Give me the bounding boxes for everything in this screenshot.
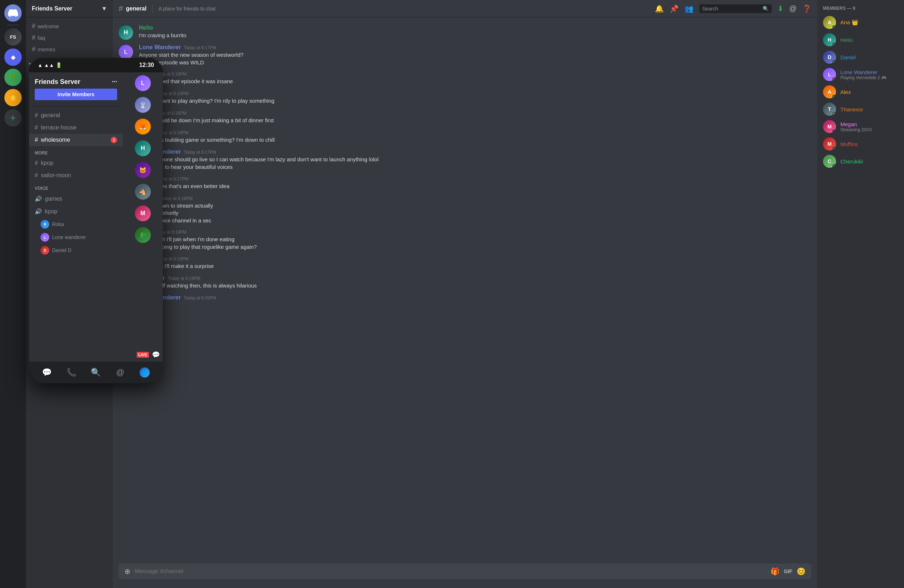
message-header: Lone Wanderer Today at 6:17PM xyxy=(139,44,811,51)
mobile-channel-general[interactable]: # general xyxy=(29,109,123,122)
message-content: Megan Today at 6:18PM Oh I'm down to str… xyxy=(139,195,811,224)
mobile-nav-chat[interactable]: 💬 xyxy=(39,365,55,381)
mobile-voice-user-lone[interactable]: L Lone wanderer xyxy=(29,231,123,244)
mobile-nav-mentions[interactable]: @ xyxy=(112,365,128,381)
member-item-daniel[interactable]: D Daniel xyxy=(820,49,901,66)
channel-name: welcome xyxy=(38,23,59,29)
message-text: Anyone start the new season of westworld… xyxy=(139,51,811,59)
chat-avatar: L xyxy=(135,75,151,91)
channel-item-welcome[interactable]: # welcome xyxy=(29,21,110,32)
mobile-category-voice[interactable]: VOICE xyxy=(29,182,123,192)
username: Helio xyxy=(139,25,153,31)
download-icon[interactable]: ⬇ xyxy=(778,4,784,13)
channel-name: memes xyxy=(38,46,55,52)
channel-item-memes[interactable]: # memes xyxy=(29,44,110,55)
gift-icon[interactable]: 🎁 xyxy=(771,567,780,576)
member-item-ana[interactable]: A Ana 👑 xyxy=(820,14,901,31)
hash-icon: # xyxy=(35,160,38,166)
member-status: Playing Vermintide 2 🎮 xyxy=(840,75,887,80)
mobile-voice-user-daniel[interactable]: D Daniel D xyxy=(29,244,123,257)
voice-icon: 🔊 xyxy=(35,208,42,215)
message-content: Lone Wanderer Today at 6:17PM Ohh someon… xyxy=(139,149,811,171)
member-item-megan[interactable]: M Megan Streaming 20XX xyxy=(820,118,901,135)
message-text: yes yes yes that's an even better idea xyxy=(139,183,811,190)
mobile-server-name-text: Friends Server xyxy=(35,78,80,86)
mobile-nav-profile[interactable]: 🌐 xyxy=(137,365,153,381)
member-avatar: L xyxy=(823,68,836,81)
server-divider xyxy=(7,25,19,25)
help-icon[interactable]: ❓ xyxy=(802,4,811,13)
message-text: Ohh someone should go live so I can watc… xyxy=(139,156,811,163)
message-text: Ohhh I could be down I'm just making a b… xyxy=(139,117,811,124)
mobile-voice-games[interactable]: 🔊 games xyxy=(29,192,123,205)
message-header: Alex Today at 6:16PM xyxy=(139,71,811,77)
message-input-area: ⊕ 🎁 GIF 😊 xyxy=(113,563,817,588)
at-icon[interactable]: @ xyxy=(789,4,797,13)
search-box[interactable]: Search 🔍 xyxy=(699,4,772,13)
server-header[interactable]: Friends Server ▼ xyxy=(26,0,113,17)
server-icon-4[interactable]: ⭐ xyxy=(4,89,22,106)
channel-name: general xyxy=(41,112,60,119)
message-header: Helio Today at 6:16PM xyxy=(139,129,811,136)
mobile-channel-sailor-moon[interactable]: # sailor-moon xyxy=(29,169,123,182)
message-header: Megan Today at 6:18PM xyxy=(139,195,811,201)
mobile-avatar-item: 🐴 xyxy=(123,181,163,202)
gif-icon[interactable]: GIF xyxy=(784,569,792,574)
bell-icon[interactable]: 🔔 xyxy=(655,4,664,13)
add-attachment-icon[interactable]: ⊕ xyxy=(124,567,131,576)
mini-avatar: L xyxy=(41,233,49,242)
pin-icon[interactable]: 📌 xyxy=(670,4,679,13)
member-name: Lone Wanderer xyxy=(840,69,887,75)
mobile-category-more[interactable]: MORE xyxy=(29,146,123,157)
invite-members-button[interactable]: Invite Members xyxy=(35,89,117,100)
emoji-icon[interactable]: 😊 xyxy=(797,567,806,576)
server-chevron-icon: ▼ xyxy=(101,5,107,12)
message-header: Helio Today at 6:15PM xyxy=(139,90,811,96)
message-header: Alex Today at 6:16PM xyxy=(139,109,811,116)
server-icon-friends[interactable]: FS xyxy=(4,28,22,46)
message-group: L Lone Wanderer Today at 6:17PM Ohh some… xyxy=(113,147,817,172)
add-server-button[interactable]: + xyxy=(4,109,22,126)
mobile-voice-user-roka[interactable]: R Roka xyxy=(29,218,123,231)
avatar: L xyxy=(119,45,133,59)
member-name: Alex xyxy=(840,89,851,95)
message-content: Lone Wanderer Today at 6:17PM Anyone sta… xyxy=(139,44,811,66)
member-info: Alex xyxy=(840,89,851,95)
member-item-muffins[interactable]: M Muffins xyxy=(820,135,901,153)
member-item-thanexor[interactable]: T Thanexor xyxy=(820,101,901,118)
chat-avatar: 🐉 xyxy=(135,227,151,243)
discord-home-button[interactable] xyxy=(4,4,22,22)
mobile-voice-kpop[interactable]: 🔊 kpop xyxy=(29,205,123,218)
mobile-channel-kpop[interactable]: # kpop xyxy=(29,157,123,169)
hash-icon: # xyxy=(35,172,38,179)
message-content: Helio Today at 6:17PM yes yes yes that's… xyxy=(139,175,811,191)
member-name: Ana 👑 xyxy=(840,19,858,26)
member-item-helio[interactable]: H Helio xyxy=(820,31,901,49)
member-status: Streaming 20XX xyxy=(840,127,872,132)
server-icon-2[interactable]: ◆ xyxy=(4,49,22,66)
mobile-more-icon[interactable]: ··· xyxy=(112,78,117,86)
channel-item-faq[interactable]: # faq xyxy=(29,32,110,43)
voice-channel-name: kpop xyxy=(45,208,57,215)
member-item-cherukiki[interactable]: C Cherukiki xyxy=(820,153,901,170)
member-item-lone-wanderer[interactable]: L Lone Wanderer Playing Vermintide 2 🎮 xyxy=(820,66,901,83)
server-icon-3[interactable]: 🌿 xyxy=(4,69,22,86)
member-item-alex[interactable]: A Alex xyxy=(820,83,901,101)
message-header: Lone Wanderer Today at 6:17PM xyxy=(139,149,811,155)
mobile-channel-wholesome[interactable]: # wholesome 1 xyxy=(29,134,123,146)
mobile-server-name: Friends Server ··· xyxy=(35,78,117,86)
message-text: Dope yeah I'll join when I'm done eating xyxy=(139,236,811,243)
message-group: A Alex Today at 6:19PM Dope yeah I'll jo… xyxy=(113,227,817,252)
message-text: I'm craving a burrito xyxy=(139,32,811,40)
status-indicator xyxy=(833,147,836,150)
wifi-icon: ▲ xyxy=(38,62,43,68)
message-input[interactable] xyxy=(135,568,766,575)
members-icon[interactable]: 👥 xyxy=(684,4,694,13)
mobile-channel-terrace-house[interactable]: # terrace-house xyxy=(29,122,123,134)
mobile-nav-search[interactable]: 🔍 xyxy=(88,365,104,381)
main-chat-area: # general A place for friends to chat 🔔 … xyxy=(113,0,817,588)
message-text: Are you going to play that roguelike gam… xyxy=(139,243,811,251)
mobile-screen: ▲ ▲▲ 🔋 12:30 Friends Server ··· Invite M… xyxy=(29,58,163,383)
mobile-nav-phone[interactable]: 📞 xyxy=(63,365,79,381)
username: Lone Wanderer xyxy=(139,44,181,51)
